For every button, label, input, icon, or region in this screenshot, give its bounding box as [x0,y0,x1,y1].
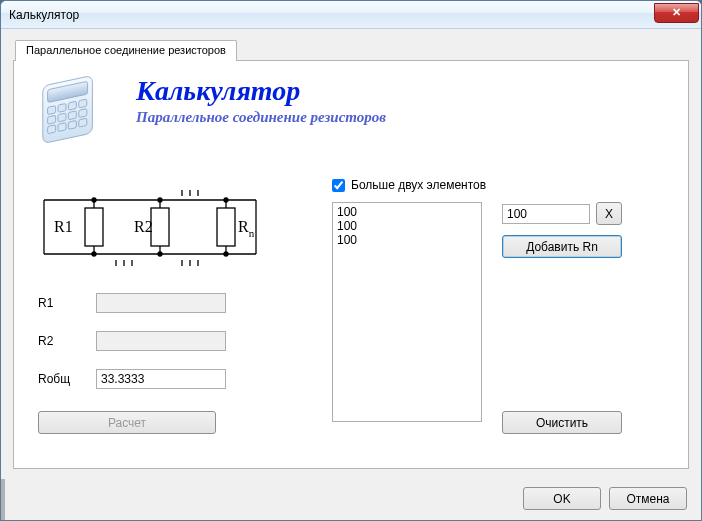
row-rtotal: Rобщ [38,369,298,389]
tab-panel: Калькулятор Параллельное соединение рези… [13,60,689,469]
titlebar[interactable]: Калькулятор ✕ [1,1,701,29]
header-row: Калькулятор Параллельное соединение рези… [38,71,664,154]
svg-rect-2 [48,106,56,115]
svg-rect-12 [68,120,76,129]
rn-input-row: X [502,202,622,225]
remove-rn-button[interactable]: X [596,202,622,225]
svg-rect-4 [68,101,76,110]
svg-rect-19 [85,208,103,246]
input-r2[interactable] [96,331,226,351]
svg-rect-25 [217,208,235,246]
input-rtotal[interactable] [96,369,226,389]
ok-button[interactable]: OK [523,487,601,510]
input-r1[interactable] [96,293,226,313]
more-elements-label[interactable]: Больше двух элементов [351,178,486,192]
right-inner: 100 100 100 X Добавить Rn [332,202,664,422]
svg-rect-6 [48,115,56,124]
calculator-window: Калькулятор ✕ Параллельное соединение ре… [0,0,702,521]
calculator-icon [38,71,118,154]
svg-point-32 [224,252,228,256]
header-text: Калькулятор Параллельное соединение рези… [136,71,386,126]
page-title: Калькулятор [136,75,386,107]
row-r2: R2 [38,331,298,351]
svg-rect-13 [79,118,87,127]
svg-rect-8 [68,111,76,120]
dialog-button-bar: OK Отмена [1,479,701,520]
body-grid: R1 R2 Rn R1 R2 Rобщ [38,182,664,434]
close-icon: ✕ [672,6,681,18]
svg-text:R2: R2 [134,218,153,235]
calc-button-wrap: Расчет [38,411,298,434]
svg-rect-9 [79,109,87,118]
add-rn-button[interactable]: Добавить Rn [502,235,622,258]
svg-text:Rn: Rn [238,218,255,239]
svg-point-28 [158,198,162,202]
svg-rect-7 [58,113,66,122]
rn-controls: X Добавить Rn [502,202,622,422]
svg-point-27 [92,198,96,202]
clear-button[interactable]: Очистить [502,411,622,434]
cancel-button[interactable]: Отмена [609,487,687,510]
label-rtotal: Rобщ [38,372,84,386]
svg-rect-22 [151,208,169,246]
left-column: R1 R2 Rn R1 R2 Rобщ [38,182,298,434]
svg-rect-11 [58,123,66,132]
tabstrip: Параллельное соединение резисторов [15,39,689,61]
rn-listbox[interactable]: 100 100 100 [332,202,482,422]
svg-text:R1: R1 [54,218,73,235]
page-subtitle: Параллельное соединение резисторов [136,109,386,126]
more-elements-checkbox[interactable] [332,179,345,192]
svg-rect-10 [48,125,56,134]
svg-rect-3 [58,103,66,112]
svg-point-30 [92,252,96,256]
svg-rect-5 [79,99,87,108]
rn-input[interactable] [502,204,590,224]
more-elements-row: Больше двух элементов [332,178,664,192]
right-column: Больше двух элементов 100 100 100 X Доба… [332,182,664,434]
client-area: Параллельное соединение резисторов [1,29,701,479]
calculate-button[interactable]: Расчет [38,411,216,434]
label-r1: R1 [38,296,84,310]
window-title: Калькулятор [9,8,654,22]
close-button[interactable]: ✕ [654,3,699,23]
svg-point-31 [158,252,162,256]
row-r1: R1 [38,293,298,313]
circuit-schematic-icon: R1 R2 Rn [38,182,268,272]
svg-point-29 [224,198,228,202]
label-r2: R2 [38,334,84,348]
tab-parallel[interactable]: Параллельное соединение резисторов [15,40,237,61]
